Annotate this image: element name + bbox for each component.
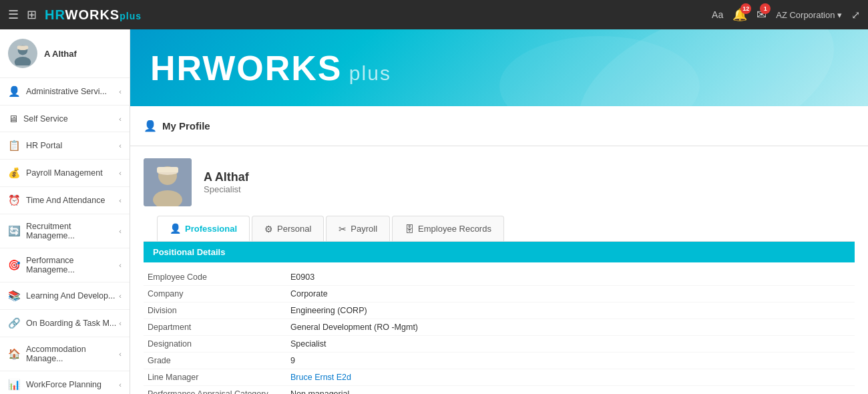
detail-row-line-manager: Line Manager Bruce Ernst E2d [144,369,855,386]
profile-avatar [144,158,192,206]
value-grade: 9 [290,356,295,365]
value-line-manager[interactable]: Bruce Ernst E2d [290,373,351,382]
font-size-button[interactable]: Aa [712,9,723,20]
mail-button[interactable]: ✉ 1 [756,7,767,22]
sidebar-item-self-service[interactable]: 🖥 Self Service ‹ [0,106,130,132]
company-dropdown[interactable]: AZ Corporation ▾ [776,10,842,20]
sidebar-item-hr-portal[interactable]: 📋 HR Portal ‹ [0,132,130,160]
tab-professional[interactable]: 👤 Professional [157,216,250,241]
label-company: Company [144,289,290,299]
company-name-text: AZ Corporation [776,10,835,20]
sidebar-item-payroll[interactable]: 💰 Payroll Management ‹ [0,160,130,187]
banner-logo-plus: plus [343,62,391,84]
sidebar-label-admin: Administrative Servi... [26,87,107,96]
sidebar-item-learning[interactable]: 📚 Learning And Develop... ‹ [0,282,130,310]
profile-name: A Althaf [204,170,249,184]
mail-badge: 1 [760,3,771,14]
professional-tab-label: Professional [185,224,237,234]
tab-personal[interactable]: ⚙ Personal [252,216,324,241]
label-division: Division [144,306,290,315]
value-department: General Development (RO -Mgmt) [290,323,418,332]
detail-row-division: Division Engineering (CORP) [144,303,855,319]
profile-person-icon: 👤 [144,120,157,132]
grid-icon[interactable]: ⊞ [27,7,37,22]
payroll-icon: 💰 [8,167,21,179]
sidebar-label-self-service: Self Service [23,114,68,124]
my-profile-section: 👤 My Profile [130,106,868,146]
employee-records-tab-label: Employee Records [418,224,491,234]
detail-row-employee-code: Employee Code E0903 [144,269,855,286]
share-icon[interactable]: ⤢ [851,9,860,21]
banner-logo-hr: HR [150,49,202,87]
profile-designation: Specialist [204,184,249,194]
hamburger-icon[interactable]: ☰ [8,7,19,22]
performance-icon: 🎯 [8,259,21,271]
sidebar: A Althaf 👤 Administrative Servi... ‹ 🖥 S… [0,29,130,394]
chevron-icon-5: ‹ [119,196,122,204]
sidebar-label-time: Time And Attendance [26,196,105,205]
admin-icon: 👤 [8,85,21,97]
chevron-icon-11: ‹ [119,381,122,389]
value-designation: Specialist [290,339,327,349]
section-title: Positional Details [153,247,225,257]
hr-portal-icon: 📋 [8,140,21,152]
positional-details-header: Positional Details [144,242,855,262]
svg-point-1 [15,57,31,65]
sidebar-item-recruitment[interactable]: 🔄 Recruitment Manageme... ‹ [0,214,130,248]
label-designation: Designation [144,339,290,349]
logo: HRWORKSplus [45,7,142,23]
nav-right: Aa 🔔 12 ✉ 1 AZ Corporation ▾ ⤢ [712,7,860,22]
label-line-manager: Line Manager [144,373,290,382]
sidebar-username: A Althaf [44,49,77,59]
banner-logo: HRWORKS plus [150,48,391,88]
sidebar-item-onboarding[interactable]: 🔗 On Boarding & Task M... ‹ [0,310,130,337]
banner: HRWORKS plus [130,29,868,106]
profile-card: A Althaf Specialist 👤 Professional ⚙ Per… [130,146,868,242]
profile-header-row: 👤 My Profile [144,114,855,138]
top-navigation: ☰ ⊞ HRWORKSplus Aa 🔔 12 ✉ 1 AZ Corporati… [0,0,868,29]
sidebar-item-time[interactable]: ⏰ Time And Attendance ‹ [0,187,130,214]
sidebar-label-performance: Performance Manageme... [26,256,119,274]
tab-employee-records[interactable]: 🗄 Employee Records [392,216,504,241]
sidebar-item-admin[interactable]: 👤 Administrative Servi... ‹ [0,78,130,106]
chevron-icon-9: ‹ [119,319,122,327]
onboarding-icon: 🔗 [8,317,21,329]
notifications-button[interactable]: 🔔 12 [732,7,747,22]
logo-works: WORKS [65,7,120,22]
chevron-icon-4: ‹ [119,169,122,177]
user-avatar [8,39,37,68]
chevron-icon-8: ‹ [119,292,122,300]
positional-details-container: Positional Details Employee Code E0903 C… [130,242,868,394]
banner-logo-works: WORKS [202,49,342,87]
recruitment-icon: 🔄 [8,225,21,237]
svg-rect-8 [157,167,178,172]
employee-records-tab-icon: 🗄 [405,224,414,234]
chevron-icon-6: ‹ [119,227,122,235]
sidebar-label-learning: Learning And Develop... [26,291,115,301]
content-area: HRWORKS plus 👤 My Profile [130,29,868,394]
profile-info-row: A Althaf Specialist [144,158,855,206]
value-appraisal: Non managerial [290,389,349,394]
self-service-icon: 🖥 [8,113,18,124]
tab-payroll[interactable]: ✂ Payroll [326,216,390,241]
notification-badge: 12 [740,3,751,14]
sidebar-label-payroll: Payroll Management [26,168,103,178]
sidebar-label-workforce: WorkForce Planning [26,380,101,389]
payroll-tab-icon: ✂ [339,224,347,234]
sidebar-item-performance[interactable]: 🎯 Performance Manageme... ‹ [0,248,130,282]
personal-tab-label: Personal [277,224,311,234]
label-appraisal: Performance Appraisal Category [144,389,290,394]
label-grade: Grade [144,356,290,365]
value-company: Corporate [290,289,328,299]
profile-tabs: 👤 Professional ⚙ Personal ✂ Payroll 🗄 Em… [144,216,855,242]
detail-row-company: Company Corporate [144,286,855,303]
sidebar-user: A Althaf [0,29,130,78]
sidebar-label-recruitment: Recruitment Manageme... [26,222,119,240]
main-layout: A Althaf 👤 Administrative Servi... ‹ 🖥 S… [0,29,868,394]
sidebar-item-accommodation[interactable]: 🏠 Accommodation Manage... ‹ [0,337,130,371]
label-department: Department [144,323,290,332]
chevron-icon-7: ‹ [119,261,122,269]
profile-name-area: A Althaf Specialist [204,170,249,194]
chevron-icon-10: ‹ [119,350,122,358]
sidebar-item-workforce[interactable]: 📊 WorkForce Planning ‹ [0,371,130,394]
